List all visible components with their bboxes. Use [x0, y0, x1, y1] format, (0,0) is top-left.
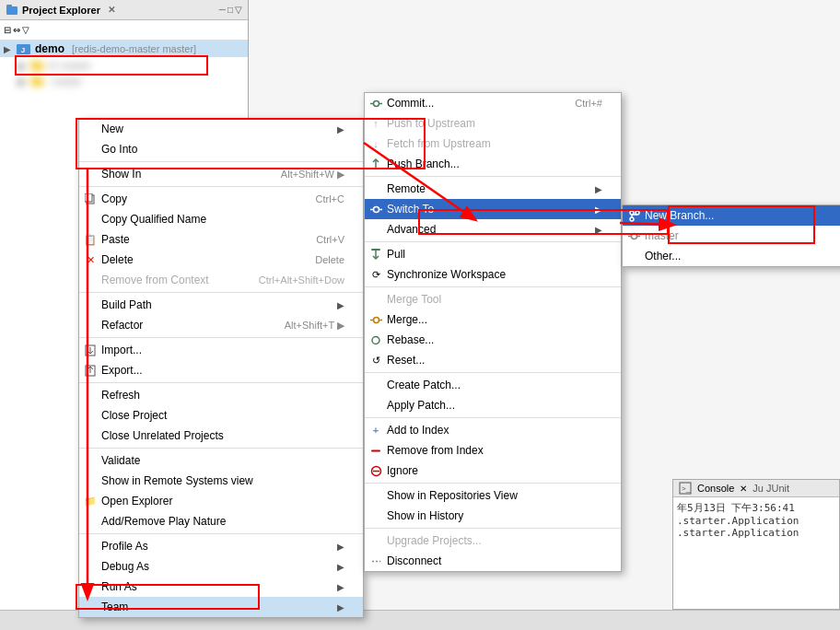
- menu-item-export[interactable]: Export...: [79, 360, 363, 380]
- menu-item-copy[interactable]: Copy Ctrl+C: [79, 189, 363, 209]
- menu-item-new[interactable]: New ▶: [79, 119, 363, 139]
- project-tree-item-demo[interactable]: ▶ J demo [redis-demo-master master]: [0, 41, 248, 57]
- menu-item-copyqualified[interactable]: Copy Qualified Name: [79, 209, 363, 229]
- menu-label-runas: Run As: [101, 580, 137, 593]
- submenu-createpatch[interactable]: Create Patch...: [365, 375, 621, 395]
- switchto-master[interactable]: master: [623, 226, 840, 246]
- svg-point-25: [372, 336, 379, 344]
- submenu-arrow-switchto: ▶: [595, 204, 602, 215]
- sep-7: [79, 533, 363, 534]
- submenu-addtoindex[interactable]: + Add to Index: [365, 420, 621, 440]
- menu-label-closeunrelated: Close Unrelated Projects: [101, 429, 224, 442]
- project-git-label: [redis-demo-master master]: [72, 43, 196, 54]
- submenu-switchto[interactable]: Switch To ▶: [365, 199, 621, 219]
- menu-item-validate[interactable]: Validate: [79, 450, 363, 471]
- shortcut-showin: Alt+Shift+W ▶: [281, 169, 344, 181]
- submenu-arrow-debugas: ▶: [337, 562, 344, 572]
- maximize-icon[interactable]: □: [228, 5, 233, 15]
- submenu-disconnect[interactable]: Disconnect: [365, 551, 621, 571]
- menu-item-showremote[interactable]: Show in Remote Systems view: [79, 471, 363, 491]
- tree-item-tag-1: master: [60, 60, 91, 71]
- tree-item-blurred-2[interactable]: ▶ master: [0, 74, 248, 88]
- disconnect-icon: [368, 554, 383, 568]
- submenu-showinhistory[interactable]: Show in History: [365, 506, 621, 526]
- project-explorer-icon: [6, 4, 18, 17]
- submenu-fetchfromupstream[interactable]: ↓ Fetch from Upstream: [365, 134, 621, 154]
- menu-label-closeproject: Close Project: [101, 409, 167, 422]
- menu-label-refactor: Refactor: [101, 319, 143, 332]
- console-line-1: .starter.Application: [677, 515, 835, 527]
- switchto-newbranch[interactable]: New Branch...: [623, 205, 840, 226]
- submenu-mergetool[interactable]: Merge Tool: [365, 289, 621, 309]
- menu-item-buildpath[interactable]: Build Path ▶: [79, 295, 363, 315]
- switchto-other[interactable]: Other...: [623, 246, 840, 266]
- menu-item-import[interactable]: Import...: [79, 340, 363, 360]
- menu-item-showin[interactable]: Show In Alt+Shift+W ▶: [79, 164, 363, 184]
- menu-item-delete[interactable]: ✕ Delete Delete: [79, 250, 363, 270]
- menu-label-showin: Show In: [101, 168, 141, 181]
- submenu-pull-label: Pull: [387, 248, 405, 261]
- junit-tab-label[interactable]: Ju JUnit: [752, 483, 789, 494]
- menu-item-removefromcontext[interactable]: Remove from Context Ctrl+Alt+Shift+Dow: [79, 270, 363, 290]
- menu-label-profileas: Profile As: [101, 540, 148, 553]
- svg-rect-9: [85, 193, 92, 202]
- submenu-rebase[interactable]: Rebase...: [365, 330, 621, 350]
- submenu-remote[interactable]: Remote ▶: [365, 179, 621, 199]
- submenu-removefromindex[interactable]: Remove from Index: [365, 440, 621, 461]
- push-branch-icon: [368, 157, 383, 171]
- submenu-pushbranch[interactable]: Push Branch...: [365, 154, 621, 174]
- panel-close-icon[interactable]: ✕: [108, 5, 115, 15]
- submenu-ignore[interactable]: Ignore: [365, 461, 621, 481]
- submenu-commit[interactable]: Commit... Ctrl+#: [365, 93, 621, 113]
- menu-item-refresh[interactable]: Refresh: [79, 385, 363, 405]
- menu-item-addremoveplay[interactable]: Add/Remove Play Nature: [79, 511, 363, 531]
- console-close-icon[interactable]: ✕: [740, 484, 747, 494]
- menu-item-team[interactable]: Team ▶: [79, 597, 363, 617]
- collapse-all-icon[interactable]: ⊟: [4, 25, 11, 35]
- sep-5: [79, 382, 363, 383]
- submenu-arrow-advanced: ▶: [595, 225, 602, 235]
- menu-item-closeproject[interactable]: Close Project: [79, 405, 363, 426]
- team-submenu: Commit... Ctrl+# ↑ Push to Upstream ↓ Fe…: [364, 92, 622, 572]
- submenu-merge[interactable]: Merge...: [365, 309, 621, 330]
- paste-icon: 📋: [83, 232, 98, 247]
- panel-title-text: Project Explorer: [22, 5, 100, 16]
- submenu-showrepo[interactable]: Show in Repositories View: [365, 485, 621, 506]
- menu-item-debugas[interactable]: Debug As ▶: [79, 556, 363, 577]
- menu-item-profileas[interactable]: Profile As ▶: [79, 536, 363, 556]
- tree-item-blurred-1[interactable]: ▶ st master: [0, 57, 248, 74]
- menu-item-closeunrelated[interactable]: Close Unrelated Projects: [79, 426, 363, 446]
- submenu-pushtoupstream[interactable]: ↑ Push to Upstream: [365, 113, 621, 134]
- svg-text:J: J: [21, 46, 25, 54]
- submenu-arrow-team: ▶: [337, 602, 344, 612]
- menu-item-refactor[interactable]: Refactor Alt+Shift+T ▶: [79, 315, 363, 335]
- submenu-applypatch[interactable]: Apply Patch...: [365, 395, 621, 415]
- reset-icon: ↺: [368, 353, 383, 368]
- svg-text:>_: >_: [682, 484, 691, 493]
- project-name: demo: [35, 42, 64, 55]
- submenu-pull[interactable]: Pull: [365, 244, 621, 264]
- menu-item-gointo[interactable]: Go Into: [79, 139, 363, 159]
- sep-s1: [365, 176, 621, 177]
- copy-icon: [83, 192, 98, 206]
- export-icon: [83, 363, 98, 378]
- console-title: Console: [697, 483, 734, 494]
- link-editor-icon[interactable]: ⇔: [13, 25, 20, 35]
- view-menu-icon[interactable]: ▽: [22, 25, 29, 35]
- panel-menu-icon[interactable]: ▽: [235, 5, 242, 15]
- menu-item-runas[interactable]: Run As ▶: [79, 577, 363, 597]
- submenu-reset[interactable]: ↺ Reset...: [365, 350, 621, 370]
- submenu-arrow-remote: ▶: [595, 184, 602, 194]
- svg-rect-0: [6, 6, 18, 15]
- menu-item-paste[interactable]: 📋 Paste Ctrl+V: [79, 229, 363, 250]
- submenu-upgradeprojects[interactable]: Upgrade Projects...: [365, 531, 621, 551]
- menu-item-openexplorer[interactable]: 📁 Open Explorer: [79, 491, 363, 511]
- project-icon: J: [17, 42, 31, 55]
- submenu-advanced[interactable]: Advanced ▶: [365, 219, 621, 239]
- submenu-syncworkspace[interactable]: ⟳ Synchronize Workspace: [365, 264, 621, 285]
- svg-rect-21: [371, 249, 380, 251]
- submenu-pushtoupstream-label: Push to Upstream: [387, 117, 475, 130]
- minimize-icon[interactable]: ─: [219, 5, 226, 15]
- submenu-arrow-profileas: ▶: [337, 542, 344, 552]
- menu-label-new: New: [101, 122, 123, 135]
